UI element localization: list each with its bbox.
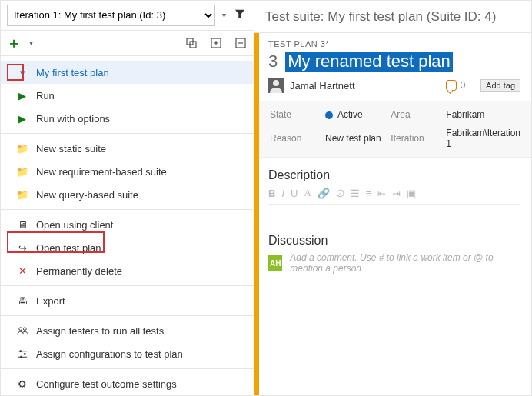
gear-icon: ⚙ [16, 378, 28, 390]
context-menu-label: Run [36, 90, 55, 101]
field-label-area: Area [391, 109, 437, 120]
context-menu-label: Open using client [36, 219, 113, 231]
current-user-avatar: AH [268, 255, 282, 271]
field-value-state[interactable]: Active [325, 109, 381, 120]
description-heading: Description [268, 168, 520, 182]
context-menu-testplan-row[interactable]: ▾ My first test plan [1, 61, 254, 84]
context-menu-label: Run with options [36, 113, 110, 125]
svg-point-5 [23, 327, 26, 330]
menu-configure-outcome[interactable]: ⚙ Configure test outcome settings [1, 372, 254, 395]
context-menu-label: New static suite [36, 143, 106, 155]
context-menu-label: Assign configurations to test plan [36, 348, 183, 360]
bold-icon[interactable]: B [268, 188, 275, 199]
context-menu-label: New requirement-based suite [36, 166, 167, 178]
state-dot-icon [325, 111, 333, 119]
menu-run-with-options[interactable]: ▶ Run with options [1, 107, 254, 130]
folder-query-icon: 📁 [16, 188, 28, 201]
field-value-iteration[interactable]: Fabrikam\Iteration 1 [446, 128, 520, 149]
play-icon: ▶ [16, 112, 28, 125]
context-menu-label: Permanently delete [36, 265, 122, 277]
caret-down-icon: ▾ [218, 11, 229, 19]
avatar [268, 78, 284, 93]
number-list-icon[interactable]: ≡ [366, 188, 372, 199]
new-button[interactable]: ＋ [7, 36, 21, 50]
image-icon[interactable]: ▣ [407, 188, 416, 199]
assignee-name[interactable]: Jamal Hartnett [290, 80, 355, 92]
menu-permanently-delete[interactable]: ✕ Permanently delete [1, 259, 254, 282]
field-value-reason[interactable]: New test plan [325, 133, 381, 144]
context-menu-label: My first test plan [36, 67, 109, 78]
collapse-icon[interactable] [234, 36, 248, 50]
new-dropdown-caret-icon[interactable]: ▾ [24, 36, 38, 50]
delete-icon: ✕ [16, 265, 28, 277]
iteration-select[interactable]: Iteration 1: My first test plan (Id: 3) [7, 5, 215, 26]
menu-new-query-suite[interactable]: 📁 New query-based suite [1, 183, 254, 206]
field-label-iteration: Iteration [391, 133, 437, 144]
font-icon[interactable]: A [304, 187, 311, 199]
work-item-id: 3 [268, 52, 278, 72]
menu-run[interactable]: ▶ Run [1, 84, 254, 107]
svg-point-4 [18, 327, 22, 330]
folder-icon: 📁 [16, 142, 28, 155]
add-tag-button[interactable]: Add tag [480, 79, 520, 92]
discussion-heading: Discussion [268, 234, 520, 248]
context-menu-label: Open test plan [36, 242, 101, 254]
menu-export[interactable]: 🖶 Export [1, 289, 254, 312]
field-value-area[interactable]: Fabrikam [446, 109, 520, 120]
italic-icon[interactable]: I [281, 188, 284, 199]
svg-point-6 [19, 350, 22, 352]
users-icon [16, 324, 28, 337]
sliders-icon [16, 348, 28, 360]
field-label-reason: Reason [270, 133, 316, 144]
clone-icon[interactable] [185, 36, 198, 50]
context-menu-label: New query-based suite [36, 189, 138, 201]
link-icon[interactable]: 🔗 [318, 188, 330, 199]
context-menu-label: Configure test outcome settings [36, 378, 177, 390]
open-arrow-icon: ↪ [16, 241, 28, 254]
clear-format-icon[interactable]: ∅ [336, 188, 344, 199]
menu-new-static-suite[interactable]: 📁 New static suite [1, 137, 254, 160]
indent-icon[interactable]: ⇥ [392, 188, 401, 199]
context-menu-label: Assign testers to run all tests [36, 325, 164, 337]
print-icon: 🖶 [16, 295, 28, 307]
suite-header: Test suite: My first test plan (Suite ID… [254, 1, 531, 33]
menu-assign-configurations[interactable]: Assign configurations to test plan [1, 342, 254, 365]
add-child-icon[interactable] [209, 36, 223, 50]
folder-list-icon: 📁 [16, 165, 28, 178]
context-menu-label: Export [36, 295, 65, 307]
work-item-type-crumb: TEST PLAN 3* [268, 39, 520, 48]
work-item-title-input[interactable]: My renamed test plan [285, 52, 453, 72]
comment-icon [446, 80, 457, 91]
play-icon: ▶ [16, 89, 28, 101]
svg-point-8 [20, 355, 22, 358]
svg-point-7 [23, 353, 25, 355]
menu-open-using-client[interactable]: 🖥 Open using client [1, 213, 254, 236]
rich-text-toolbar[interactable]: B I U A 🔗 ∅ ☰ ≡ ⇤ ⇥ ▣ [268, 187, 520, 205]
discussion-input[interactable]: Add a comment. Use # to link a work item… [290, 252, 520, 274]
field-label-state: State [270, 109, 316, 120]
outdent-icon[interactable]: ⇤ [377, 188, 386, 199]
menu-assign-testers[interactable]: Assign testers to run all tests [1, 319, 254, 342]
bullet-list-icon[interactable]: ☰ [351, 188, 360, 199]
filter-icon[interactable] [232, 8, 248, 22]
menu-new-requirement-suite[interactable]: 📁 New requirement-based suite [1, 160, 254, 183]
caret-down-icon: ▾ [16, 66, 28, 78]
underline-icon[interactable]: U [291, 188, 298, 199]
monitor-icon: 🖥 [16, 218, 28, 231]
menu-open-test-plan[interactable]: ↪ Open test plan [1, 236, 254, 259]
comment-count[interactable]: 0 [446, 80, 465, 91]
